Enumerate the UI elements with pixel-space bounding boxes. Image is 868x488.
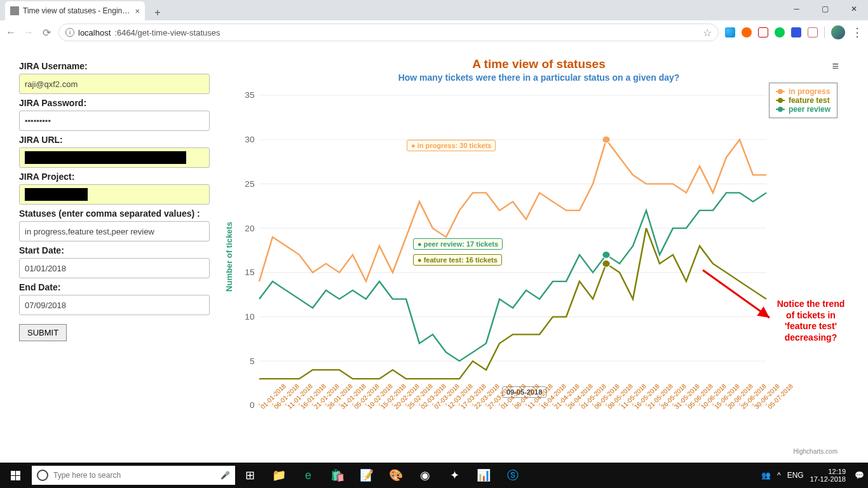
notepad-icon[interactable]: 📝 bbox=[352, 463, 381, 488]
taskbar-clock[interactable]: 12:19 17-12-2018 bbox=[810, 468, 848, 483]
svg-point-16 bbox=[602, 136, 610, 143]
password-input[interactable]: ••••••••• bbox=[19, 111, 210, 131]
chart-plot-area[interactable]: 05101520253035 bbox=[259, 95, 766, 405]
label-username: JIRA Username: bbox=[19, 61, 210, 71]
people-icon[interactable]: 👥 bbox=[761, 471, 771, 480]
svg-text:20: 20 bbox=[245, 224, 254, 233]
svg-point-17 bbox=[602, 260, 610, 267]
label-project: JIRA Project: bbox=[19, 172, 210, 182]
profile-avatar[interactable] bbox=[831, 25, 845, 39]
label-url: JIRA URL: bbox=[19, 135, 210, 145]
new-tab-button[interactable]: + bbox=[150, 5, 165, 20]
query-form: JIRA Username: raji@qxf2.com JIRA Passwo… bbox=[19, 57, 229, 456]
legend-item-in-progress[interactable]: in progress bbox=[776, 87, 831, 96]
legend-item-peer-review[interactable]: peer review bbox=[776, 105, 831, 114]
file-explorer-icon[interactable]: 📁 bbox=[264, 463, 294, 488]
submit-button[interactable]: SUBMIT bbox=[19, 324, 67, 341]
label-start-date: Start Date: bbox=[19, 245, 210, 255]
username-input[interactable]: raji@qxf2.com bbox=[19, 74, 210, 94]
site-info-icon[interactable]: i bbox=[65, 28, 74, 37]
end-date-input[interactable]: 07/09/2018 bbox=[19, 295, 210, 315]
window-close[interactable]: ✕ bbox=[839, 0, 868, 18]
label-statuses: Statuses (enter comma separated values) … bbox=[19, 208, 210, 219]
svg-point-18 bbox=[602, 251, 610, 258]
ext-icon[interactable] bbox=[775, 27, 785, 37]
chart-x-axis-labels: 01-01-201806-01-201811-01-201816-01-2018… bbox=[259, 405, 766, 450]
window-minimize[interactable]: ─ bbox=[782, 0, 811, 18]
svg-text:10: 10 bbox=[245, 313, 254, 322]
tooltip-feature-test: ● feature test: 16 tickets bbox=[413, 254, 502, 266]
notifications-icon[interactable]: 💬 bbox=[855, 471, 864, 480]
cortana-icon bbox=[37, 470, 48, 481]
reload-button[interactable]: ⟳ bbox=[41, 27, 52, 38]
search-placeholder: Type here to search bbox=[53, 471, 121, 480]
chart-legend: in progress feature test peer review bbox=[769, 83, 837, 118]
taskbar-search[interactable]: Type here to search 🎤 bbox=[32, 466, 235, 485]
browser-tab[interactable]: Time view of statuses - Engineer… × bbox=[5, 1, 145, 20]
jira-project-input[interactable] bbox=[19, 184, 210, 205]
taskbar-tray: 👥 ^ ENG 12:19 17-12-2018 💬 bbox=[761, 468, 868, 483]
ext-icon[interactable] bbox=[742, 27, 752, 37]
svg-text:0: 0 bbox=[250, 401, 255, 410]
ext-icon[interactable] bbox=[808, 27, 818, 37]
chart-container: A time view of statuses How many tickets… bbox=[229, 57, 849, 456]
window-controls: ─ ▢ ✕ bbox=[782, 0, 868, 18]
statuses-input[interactable]: in progress,feature test,peer review bbox=[19, 221, 210, 241]
edge-icon[interactable]: e bbox=[294, 463, 323, 488]
store-icon[interactable]: 🛍️ bbox=[323, 463, 352, 488]
windows-taskbar: Type here to search 🎤 ⊞ 📁 e 🛍️ 📝 🎨 ◉ ✦ 📊… bbox=[0, 463, 868, 488]
favicon bbox=[10, 6, 19, 15]
legend-item-feature-test[interactable]: feature test bbox=[776, 96, 831, 105]
start-date-input[interactable]: 01/01/2018 bbox=[19, 258, 210, 278]
svg-text:35: 35 bbox=[245, 91, 254, 100]
ext-icon[interactable] bbox=[758, 27, 768, 37]
chart-title: A time view of statuses bbox=[229, 57, 849, 71]
address-bar[interactable]: i localhost:6464/get-time-view-statuses … bbox=[58, 24, 719, 41]
tooltip-in-progress: ● in progress: 30 tickets bbox=[407, 140, 496, 151]
skype-icon[interactable]: ⓢ bbox=[498, 463, 527, 488]
chart-y-axis-label: Number of tickets bbox=[224, 222, 234, 292]
tray-chevron-icon[interactable]: ^ bbox=[777, 471, 781, 480]
ext-icon[interactable] bbox=[791, 27, 801, 37]
chart-credit[interactable]: Highcharts.com bbox=[794, 448, 837, 455]
tab-close-icon[interactable]: × bbox=[135, 6, 140, 16]
label-end-date: End Date: bbox=[19, 282, 210, 292]
chrome-icon[interactable]: ◉ bbox=[410, 463, 440, 488]
paint-icon[interactable]: 🎨 bbox=[381, 463, 410, 488]
task-view-icon[interactable]: ⊞ bbox=[235, 463, 264, 488]
forward-button: → bbox=[23, 27, 34, 38]
back-button[interactable]: ← bbox=[5, 27, 17, 38]
app-icon[interactable]: ✦ bbox=[440, 463, 469, 488]
mic-icon[interactable]: 🎤 bbox=[220, 471, 230, 480]
taskbar-apps: ⊞ 📁 e 🛍️ 📝 🎨 ◉ ✦ 📊 ⓢ bbox=[235, 463, 527, 488]
url-host: localhost bbox=[78, 28, 111, 37]
url-path: :6464/get-time-view-statuses bbox=[114, 28, 220, 37]
page-content: JIRA Username: raji@qxf2.com JIRA Passwo… bbox=[0, 44, 868, 463]
app-icon[interactable]: 📊 bbox=[469, 463, 498, 488]
language-indicator[interactable]: ENG bbox=[787, 471, 804, 480]
jira-url-input[interactable] bbox=[19, 147, 210, 168]
window-maximize[interactable]: ▢ bbox=[811, 0, 839, 18]
chart-export-menu-icon[interactable]: ≡ bbox=[832, 60, 837, 73]
tab-title: Time view of statuses - Engineer… bbox=[23, 6, 131, 15]
svg-text:25: 25 bbox=[245, 180, 254, 189]
browser-chrome: ─ ▢ ✕ Time view of statuses - Engineer… … bbox=[0, 0, 868, 44]
extensions: ⋮ bbox=[725, 25, 863, 39]
ext-icon[interactable] bbox=[725, 27, 735, 37]
bookmark-star-icon[interactable]: ☆ bbox=[703, 27, 712, 39]
start-button[interactable] bbox=[0, 463, 31, 488]
svg-text:15: 15 bbox=[245, 268, 254, 277]
divider bbox=[824, 27, 825, 38]
svg-text:5: 5 bbox=[250, 356, 255, 365]
tooltip-peer-review: ● peer review: 17 tickets bbox=[413, 238, 503, 250]
svg-text:30: 30 bbox=[245, 135, 254, 144]
chart-subtitle: How many tickets were there in a particu… bbox=[229, 72, 849, 83]
label-password: JIRA Password: bbox=[19, 98, 210, 108]
annotation-text: Notice the trend of tickets in 'feature … bbox=[773, 299, 849, 343]
chrome-menu-icon[interactable]: ⋮ bbox=[851, 25, 863, 39]
